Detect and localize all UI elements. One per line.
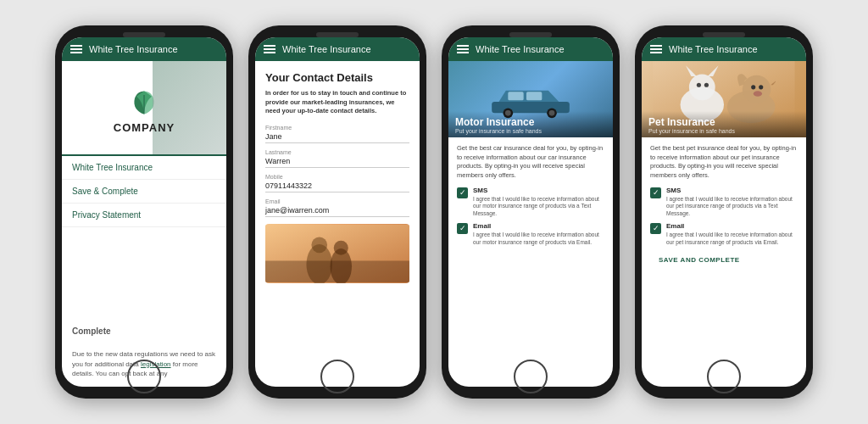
label-lastname: Lastname	[265, 149, 409, 155]
label-mobile: Mobile	[265, 174, 409, 180]
sidebar-body-text: Due to the new data regulations we need …	[62, 341, 226, 387]
field-email: Email jane@iwarren.com	[265, 198, 409, 217]
app-header-2: White Tree Insurance	[255, 37, 420, 61]
svg-point-23	[754, 91, 762, 96]
header-title-4: White Tree Insurance	[669, 44, 758, 54]
motor-email-label: Email	[473, 222, 604, 230]
svg-point-5	[334, 240, 348, 254]
company-label: COMPANY	[114, 121, 175, 134]
contact-content: Your Contact Details In order for us to …	[255, 61, 420, 387]
pet-sms-desc: I agree that I would like to receive inf…	[666, 196, 798, 217]
checkmark-icon-2: ✓	[459, 225, 466, 232]
sidebar-logo-area: COMPANY	[62, 61, 226, 154]
pet-product-subtitle: Put your insurance in safe hands	[648, 128, 799, 134]
svg-rect-6	[265, 260, 409, 282]
sidebar-menu: White Tree Insurance Save & Complete Pri…	[62, 154, 226, 321]
motor-product-image: Motor Insurance Put your insurance in sa…	[448, 61, 613, 137]
svg-rect-8	[508, 92, 523, 100]
pet-product-desc: Get the best pet insurance deal for you,…	[650, 144, 798, 180]
value-lastname[interactable]: Warren	[265, 157, 409, 168]
contact-desc: In order for us to stay in touch and con…	[265, 89, 409, 116]
svg-point-16	[689, 74, 715, 100]
phone-1-screen: White Tree Insurance COMPANY White Tree …	[62, 37, 226, 387]
pet-email-desc: I agree that I would like to receive inf…	[666, 232, 798, 246]
checkmark-icon-3: ✓	[653, 189, 659, 197]
pet-sms-text: SMS I agree that I would like to receive…	[666, 187, 798, 217]
couple-image	[265, 224, 409, 283]
header-title-3: White Tree Insurance	[476, 44, 565, 54]
pet-email-checkbox: ✓ Email I agree that I would like to rec…	[650, 222, 798, 246]
motor-email-checkbox-box[interactable]: ✓	[457, 223, 468, 234]
field-lastname: Lastname Warren	[265, 149, 409, 168]
motor-product-title: Motor Insurance	[455, 116, 606, 128]
contact-title: Your Contact Details	[265, 71, 409, 84]
label-email: Email	[265, 198, 409, 204]
pet-sms-checkbox-box[interactable]: ✓	[650, 187, 661, 198]
header-title-1: White Tree Insurance	[89, 44, 178, 54]
motor-email-text: Email I agree that I would like to recei…	[473, 222, 604, 246]
motor-product-subtitle: Put your insurance in safe hands	[455, 128, 606, 134]
hamburger-icon-2[interactable]	[264, 45, 275, 53]
field-firstname: Firstname Jane	[265, 125, 409, 143]
phone-4-screen: White Tree Insurance	[642, 37, 806, 387]
hamburger-icon-3[interactable]	[457, 45, 469, 53]
motor-sms-text: SMS I agree that I would like to receive…	[473, 187, 604, 217]
svg-point-22	[759, 85, 763, 89]
motor-product-overlay: Motor Insurance Put your insurance in sa…	[448, 111, 613, 137]
pet-product-image: Pet Insurance Put your insurance in safe…	[642, 61, 806, 137]
pet-product-overlay: Pet Insurance Put your insurance in safe…	[642, 111, 806, 137]
pet-email-checkbox-box[interactable]: ✓	[650, 223, 661, 234]
pet-sms-label: SMS	[666, 187, 798, 194]
svg-point-3	[311, 237, 327, 253]
sidebar-item-privacy[interactable]: Privacy Statement	[62, 204, 226, 227]
motor-email-checkbox: ✓ Email I agree that I would like to rec…	[457, 222, 604, 246]
motor-sms-checkbox: ✓ SMS I agree that I would like to recei…	[457, 187, 604, 217]
save-complete-button[interactable]: SAVE AND COMPLETE	[650, 251, 798, 267]
pet-product-title: Pet Insurance	[648, 116, 799, 128]
checkmark-icon-4: ✓	[653, 225, 659, 232]
motor-sms-desc: I agree that I would like to receive inf…	[473, 196, 604, 217]
phone-2-screen: White Tree Insurance Your Contact Detail…	[255, 37, 420, 387]
pet-email-label: Email	[666, 222, 798, 230]
motor-sms-checkbox-box[interactable]: ✓	[457, 187, 468, 198]
field-mobile: Mobile 07911443322	[265, 174, 409, 192]
app-header-1: White Tree Insurance	[62, 37, 226, 61]
checkmark-icon: ✓	[459, 189, 466, 197]
app-header-3: White Tree Insurance	[448, 37, 613, 61]
hamburger-icon[interactable]	[70, 45, 82, 53]
pet-product-body: Get the best pet insurance deal for you,…	[642, 137, 806, 387]
hamburger-icon-4[interactable]	[650, 45, 662, 53]
pet-email-text: Email I agree that I would like to recei…	[666, 222, 798, 246]
motor-sms-label: SMS	[473, 187, 604, 194]
value-email[interactable]: jane@iwarren.com	[265, 206, 409, 217]
pet-sms-checkbox: ✓ SMS I agree that I would like to recei…	[650, 187, 798, 217]
header-title-2: White Tree Insurance	[282, 44, 371, 54]
phone-4: White Tree Insurance	[635, 25, 813, 399]
app-header-4: White Tree Insurance	[642, 37, 806, 61]
motor-product-desc: Get the best car insurance deal for you,…	[457, 144, 604, 180]
motor-product-body: Get the best car insurance deal for you,…	[448, 137, 613, 387]
value-firstname[interactable]: Jane	[265, 132, 409, 143]
screen-1-content: COMPANY White Tree Insurance Save & Comp…	[62, 61, 226, 387]
value-mobile[interactable]: 07911443322	[265, 181, 409, 192]
svg-point-20	[743, 75, 771, 103]
phone-1: White Tree Insurance COMPANY White Tree …	[55, 25, 233, 399]
phone-2: White Tree Insurance Your Contact Detail…	[248, 25, 426, 399]
sidebar-bg-image	[153, 61, 226, 154]
svg-point-18	[704, 83, 709, 87]
complete-label: Complete	[62, 321, 226, 341]
motor-email-desc: I agree that I would like to receive inf…	[473, 232, 604, 246]
sidebar-item-save-complete[interactable]: Save & Complete	[62, 180, 226, 204]
sidebar-item-white-tree[interactable]: White Tree Insurance	[62, 154, 226, 180]
phone-3-screen: White Tree Insurance Motor Insurance Put…	[448, 37, 613, 387]
svg-point-17	[697, 83, 701, 87]
phone-3: White Tree Insurance Motor Insurance Put…	[442, 25, 620, 399]
label-firstname: Firstname	[265, 125, 409, 131]
svg-rect-9	[526, 92, 542, 100]
svg-point-21	[751, 85, 755, 89]
legislation-link[interactable]: legislation	[141, 360, 171, 368]
